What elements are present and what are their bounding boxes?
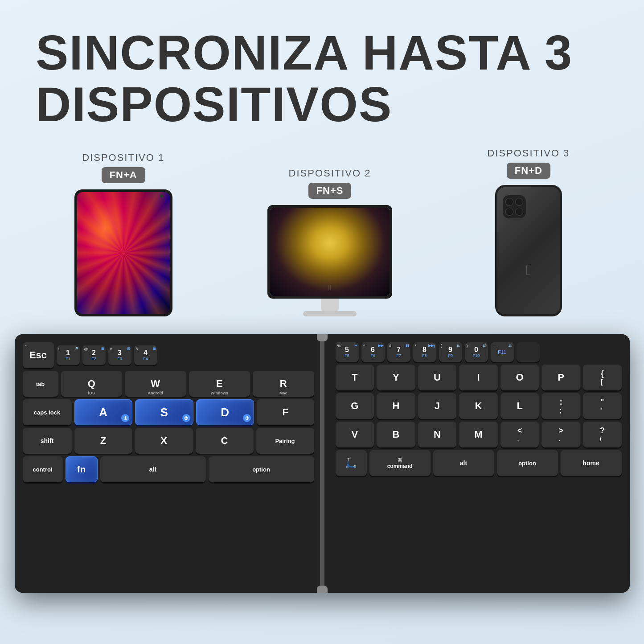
row-qwer: tab Q iOS W Android E Windows bbox=[23, 371, 314, 397]
key-option-right[interactable]: option bbox=[497, 450, 558, 476]
key-option-left[interactable]: option bbox=[209, 456, 314, 482]
key-f[interactable]: F bbox=[257, 399, 314, 425]
key-d-badge: ③ bbox=[243, 414, 251, 422]
row-fn-left: ~ Esc ! 1 F1 🔎 @ 2 F2 ⊞ bbox=[23, 342, 314, 368]
device-2-badge: FN+S bbox=[308, 183, 352, 199]
key-m[interactable]: M bbox=[459, 422, 498, 447]
device-3-label: DISPOSITIVO 3 bbox=[487, 148, 570, 159]
key-quote[interactable]: "' bbox=[583, 393, 622, 419]
key-fn[interactable]: fn bbox=[66, 456, 98, 482]
device-1-badge: FN+A bbox=[102, 167, 145, 183]
key-b[interactable]: B bbox=[377, 422, 415, 447]
key-alt-left[interactable]: alt bbox=[100, 456, 206, 482]
device-3: DISPOSITIVO 3 FN+D  bbox=[487, 148, 570, 316]
keyboard: ~ Esc ! 1 F1 🔎 @ 2 F2 ⊞ bbox=[15, 334, 630, 593]
title-line2: DISPOSITIVOS bbox=[36, 78, 608, 130]
device-2: DISPOSITIVO 2 FN+S  bbox=[267, 168, 392, 316]
key-v[interactable]: V bbox=[336, 422, 374, 447]
key-j[interactable]: J bbox=[418, 393, 457, 419]
row-ghjkl: G H J K L :; "' bbox=[336, 393, 622, 419]
key-semicolon[interactable]: :; bbox=[541, 393, 580, 419]
row-vbnm: V B N M <, >. ?/ bbox=[336, 422, 622, 447]
key-s[interactable]: S ② bbox=[135, 399, 193, 425]
device-3-badge: FN+D bbox=[507, 163, 550, 179]
row-bottom-left: control fn alt option bbox=[23, 456, 314, 482]
key-g[interactable]: G bbox=[336, 393, 374, 419]
key-less[interactable]: <, bbox=[500, 422, 539, 447]
key-alt-right[interactable]: alt bbox=[433, 450, 494, 476]
devices-row: DISPOSITIVO 1 FN+A DISPOSITIVO 2 FN+S  bbox=[0, 148, 644, 316]
row-zxcv: shift Z X C Pairing bbox=[23, 428, 314, 454]
key-o[interactable]: O bbox=[500, 365, 539, 390]
key-0-f10[interactable]: ) 0 F10 🔊 bbox=[465, 342, 488, 362]
key-3-f3[interactable]: # 3 F3 ⊡ bbox=[108, 345, 131, 365]
key-brace[interactable]: {[ bbox=[583, 365, 622, 390]
key-t[interactable]: T bbox=[336, 365, 374, 390]
main-title: SINCRONIZA HASTA 3 DISPOSITIVOS bbox=[36, 27, 608, 130]
key-capslock[interactable]: caps lock bbox=[23, 399, 72, 425]
row-fn-right: % 5 F5 ✂ ^ 6 F6 ▶▶ & 7 F7 bbox=[336, 342, 622, 362]
key-c[interactable]: C bbox=[196, 428, 254, 454]
key-command[interactable]: ⌘ command bbox=[369, 450, 431, 476]
keyboard-left: ~ Esc ! 1 F1 🔎 @ 2 F2 ⊞ bbox=[15, 334, 322, 593]
title-section: SINCRONIZA HASTA 3 DISPOSITIVOS bbox=[0, 0, 644, 143]
key-8-f8[interactable]: * 8 F8 ▶▶| bbox=[413, 342, 436, 362]
row-tyuiop: T Y U I O P {[ bbox=[336, 365, 622, 390]
key-s-badge: ② bbox=[182, 414, 190, 422]
key-e[interactable]: E Windows bbox=[189, 371, 250, 397]
key-7-f7[interactable]: & 7 F7 ▮▮ bbox=[387, 342, 410, 362]
key-q[interactable]: Q iOS bbox=[61, 371, 123, 397]
page: SINCRONIZA HASTA 3 DISPOSITIVOS DISPOSIT… bbox=[0, 0, 644, 644]
key-a-badge: ① bbox=[121, 414, 129, 422]
device-2-label: DISPOSITIVO 2 bbox=[289, 168, 371, 179]
row-bottom-right: 🛴 ⌘ command alt option home bbox=[336, 450, 622, 476]
hinge-bar bbox=[320, 334, 324, 593]
key-w[interactable]: W Android bbox=[125, 371, 186, 397]
key-u[interactable]: U bbox=[418, 365, 457, 390]
key-1-f1[interactable]: ! 1 F1 🔎 bbox=[57, 345, 80, 365]
key-control[interactable]: control bbox=[23, 456, 63, 482]
key-2-f2[interactable]: @ 2 F2 ⊞ bbox=[82, 345, 106, 365]
key-z[interactable]: Z bbox=[74, 428, 132, 454]
key-a[interactable]: A ① bbox=[74, 399, 133, 425]
key-greater[interactable]: >. bbox=[541, 422, 580, 447]
key-minus-f11[interactable]: — F11 🔉 bbox=[491, 342, 514, 362]
key-k[interactable]: K bbox=[459, 393, 498, 419]
key-home[interactable]: home bbox=[561, 450, 622, 476]
key-tab[interactable]: tab bbox=[23, 371, 58, 397]
device-1-label: DISPOSITIVO 1 bbox=[82, 152, 164, 164]
key-p[interactable]: P bbox=[541, 365, 580, 390]
key-4-f4[interactable]: $ 4 F4 ⊞ bbox=[134, 345, 157, 365]
ipad-image bbox=[74, 189, 172, 316]
key-h[interactable]: H bbox=[377, 393, 415, 419]
hinge-bottom-cap bbox=[317, 586, 328, 593]
key-bluetooth-icon: 🛴 bbox=[336, 450, 367, 476]
title-line1: SINCRONIZA HASTA 3 bbox=[36, 27, 608, 78]
key-9-f9[interactable]: ( 9 F9 🔈 bbox=[439, 342, 462, 362]
key-slash[interactable]: ?/ bbox=[583, 422, 622, 447]
iphone-image:  bbox=[495, 185, 562, 316]
key-shift[interactable]: shift bbox=[23, 428, 72, 454]
key-x[interactable]: X bbox=[135, 428, 193, 454]
key-n[interactable]: N bbox=[418, 422, 457, 447]
key-5-f5[interactable]: % 5 F5 ✂ bbox=[336, 342, 359, 362]
row-asdf: caps lock A ① S ② D ③ F bbox=[23, 399, 314, 425]
key-6-f6[interactable]: ^ 6 F6 ▶▶ bbox=[361, 342, 385, 362]
key-d[interactable]: D ③ bbox=[196, 399, 254, 425]
hinge-top-cap bbox=[317, 334, 328, 341]
key-l[interactable]: L bbox=[500, 393, 539, 419]
key-right-spacer bbox=[517, 342, 540, 362]
key-pairing[interactable]: Pairing bbox=[256, 428, 314, 454]
key-r[interactable]: R Mac bbox=[253, 371, 314, 397]
key-y[interactable]: Y bbox=[377, 365, 415, 390]
key-i[interactable]: I bbox=[459, 365, 498, 390]
device-1: DISPOSITIVO 1 FN+A bbox=[74, 152, 172, 316]
imac-image:  bbox=[267, 205, 392, 316]
key-esc[interactable]: ~ Esc bbox=[23, 342, 54, 368]
keyboard-section: ~ Esc ! 1 F1 🔎 @ 2 F2 ⊞ bbox=[0, 334, 644, 644]
keyboard-right: % 5 F5 ✂ ^ 6 F6 ▶▶ & 7 F7 bbox=[322, 334, 630, 593]
